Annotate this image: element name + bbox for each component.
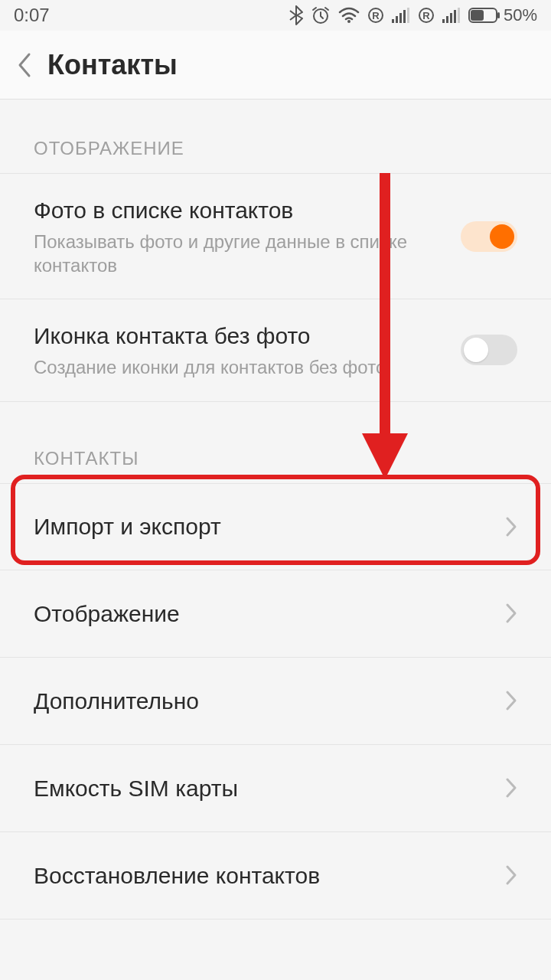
svg-rect-7 bbox=[403, 10, 406, 23]
svg-text:R: R bbox=[422, 10, 430, 21]
row-title: Дополнительно bbox=[34, 686, 199, 716]
svg-rect-4 bbox=[392, 19, 394, 23]
chevron-right-icon bbox=[505, 777, 517, 799]
chevron-right-icon bbox=[505, 603, 517, 624]
registered-icon-1: R bbox=[367, 7, 384, 24]
status-icons: R R 50% bbox=[289, 5, 537, 25]
row-title: Импорт и экспорт bbox=[34, 511, 221, 541]
registered-icon-2: R bbox=[418, 7, 435, 24]
signal-icon-1 bbox=[392, 8, 410, 23]
svg-rect-11 bbox=[442, 19, 445, 23]
svg-rect-8 bbox=[407, 8, 409, 23]
svg-rect-17 bbox=[471, 10, 484, 21]
battery-pct: 50% bbox=[504, 5, 537, 25]
status-bar: 0:07 R R 50% bbox=[0, 0, 551, 31]
row-title: Емкость SIM карты bbox=[34, 773, 238, 803]
svg-rect-6 bbox=[399, 13, 402, 23]
row-title: Восстановление контактов bbox=[34, 861, 320, 890]
bluetooth-icon bbox=[289, 5, 303, 25]
row-import-export[interactable]: Импорт и экспорт bbox=[0, 483, 551, 570]
status-time: 0:07 bbox=[14, 5, 50, 26]
row-title: Отображение bbox=[34, 599, 180, 629]
row-photo-in-list[interactable]: Фото в списке контактов Показывать фото … bbox=[0, 173, 551, 299]
svg-text:R: R bbox=[372, 10, 380, 21]
svg-rect-15 bbox=[458, 8, 460, 23]
row-subtitle: Показывать фото и другие данные в списке… bbox=[34, 230, 461, 277]
section-header-contacts: КОНТАКТЫ bbox=[0, 448, 551, 483]
chevron-right-icon bbox=[505, 864, 517, 886]
chevron-right-icon bbox=[505, 690, 517, 711]
svg-rect-18 bbox=[497, 12, 500, 18]
header: Контакты bbox=[0, 31, 551, 100]
toggle-contact-icon[interactable] bbox=[461, 335, 517, 365]
svg-rect-14 bbox=[454, 10, 456, 23]
svg-rect-5 bbox=[396, 16, 398, 23]
row-title: Фото в списке контактов bbox=[34, 195, 461, 225]
battery-icon bbox=[468, 8, 500, 23]
row-display[interactable]: Отображение bbox=[0, 570, 551, 658]
content: ОТОБРАЖЕНИЕ Фото в списке контактов Пока… bbox=[0, 100, 551, 920]
row-sim-capacity[interactable]: Емкость SIM карты bbox=[0, 745, 551, 832]
page-title: Контакты bbox=[47, 49, 178, 81]
wifi-icon bbox=[338, 7, 360, 24]
back-icon[interactable] bbox=[15, 51, 32, 79]
signal-icon-2 bbox=[442, 8, 461, 23]
row-subtitle: Создание иконки для контактов без фото bbox=[34, 355, 461, 379]
row-title: Иконка контакта без фото bbox=[34, 321, 461, 351]
chevron-right-icon bbox=[505, 516, 517, 537]
svg-rect-13 bbox=[450, 13, 452, 23]
row-restore-contacts[interactable]: Восстановление контактов bbox=[0, 832, 551, 920]
row-contact-icon-no-photo[interactable]: Иконка контакта без фото Создание иконки… bbox=[0, 299, 551, 401]
section-header-display: ОТОБРАЖЕНИЕ bbox=[0, 138, 551, 173]
svg-point-1 bbox=[347, 20, 350, 23]
alarm-icon bbox=[311, 5, 331, 25]
row-advanced[interactable]: Дополнительно bbox=[0, 658, 551, 745]
svg-rect-12 bbox=[446, 16, 448, 23]
toggle-photo-in-list[interactable] bbox=[461, 221, 517, 252]
